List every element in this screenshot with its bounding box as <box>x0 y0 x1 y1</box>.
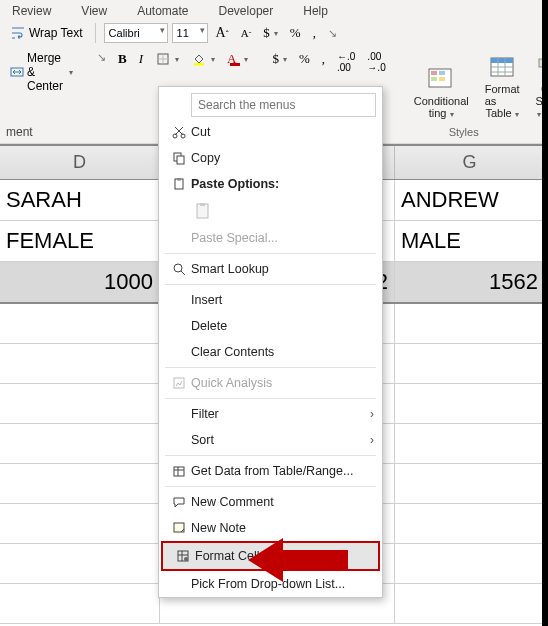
increase-font-button[interactable]: Aˆ <box>212 23 233 43</box>
comma-button[interactable]: , <box>309 23 320 43</box>
format-table-icon <box>488 53 516 81</box>
menu-paste-default <box>159 197 382 225</box>
context-menu: Cut Copy Paste Options: Paste Special...… <box>158 86 383 598</box>
note-icon <box>167 521 191 535</box>
wrap-text-icon <box>10 25 26 41</box>
merge-label: Merge & Center <box>27 51 65 93</box>
menu-search <box>191 93 376 117</box>
svg-rect-21 <box>200 203 205 206</box>
svg-rect-23 <box>174 378 184 388</box>
wrap-text-button[interactable]: Wrap Text <box>6 23 87 43</box>
svg-point-27 <box>184 557 188 561</box>
menu-sort[interactable]: Sort› <box>159 427 382 453</box>
tab-view[interactable]: View <box>77 2 111 20</box>
cell-g3[interactable]: 1562 <box>395 262 545 302</box>
cell-g2[interactable]: MALE <box>395 221 545 261</box>
col-header-d[interactable]: D <box>0 146 160 179</box>
table-l1: Format as <box>485 83 520 107</box>
cut-label: Cut <box>191 125 374 139</box>
menu-filter[interactable]: Filter› <box>159 401 382 427</box>
quick-label: Quick Analysis <box>191 376 374 390</box>
menu-new-comment[interactable]: New Comment <box>159 489 382 515</box>
border-button[interactable]: ▾ <box>151 49 183 69</box>
menu-paste-options: Paste Options: <box>159 171 382 197</box>
paste-default-icon <box>191 201 215 221</box>
percent-button[interactable]: % <box>286 23 305 43</box>
svg-rect-20 <box>197 204 208 218</box>
cut-icon <box>167 125 191 139</box>
increase-decimal-button[interactable]: ←.0.00 <box>333 49 359 75</box>
insert-label: Insert <box>191 293 374 307</box>
menu-get-data[interactable]: Get Data from Table/Range... <box>159 458 382 484</box>
font-size-select[interactable] <box>172 23 208 43</box>
svg-rect-24 <box>174 467 184 476</box>
col-header-g[interactable]: G <box>395 146 545 179</box>
table-l2: Table <box>485 107 511 119</box>
svg-rect-7 <box>439 77 445 81</box>
sort-label: Sort <box>191 433 374 447</box>
conditional-formatting-icon <box>427 65 455 93</box>
merge-icon <box>10 64 24 80</box>
copy-icon <box>167 151 191 165</box>
border-icon <box>155 51 171 67</box>
menu-clear-contents[interactable]: Clear Contents <box>159 339 382 365</box>
tab-review[interactable]: Review <box>8 2 55 20</box>
svg-rect-2 <box>194 63 204 66</box>
paste-options-label: Paste Options: <box>191 177 374 191</box>
merge-center-button[interactable]: Merge & Center ▾ <box>6 49 77 95</box>
tab-help[interactable]: Help <box>299 2 332 20</box>
dialog-launcher-icon[interactable]: ↘ <box>324 25 341 42</box>
cell-d2[interactable]: FEMALE <box>0 221 160 261</box>
cond-l2: ting <box>429 107 447 119</box>
italic-button[interactable]: I <box>135 49 147 69</box>
paste-icon <box>167 177 191 191</box>
conditional-formatting-button[interactable]: Conditional ting ▾ <box>414 65 469 120</box>
dialog-launcher-2[interactable]: ↘ <box>93 49 110 66</box>
currency-button-2[interactable]: $▾ <box>268 49 291 69</box>
decrease-font-button[interactable]: Aˇ <box>237 25 256 41</box>
format-as-table-button[interactable]: Format as Table ▾ <box>485 53 520 120</box>
cell-d1[interactable]: SARAH <box>0 180 160 220</box>
delete-label: Delete <box>191 319 374 333</box>
menu-delete[interactable]: Delete <box>159 313 382 339</box>
cond-l1: Conditional <box>414 95 469 107</box>
format-cells-icon <box>171 549 195 563</box>
bold-button[interactable]: B <box>114 49 131 69</box>
menu-paste-special: Paste Special... <box>159 225 382 251</box>
smart-lookup-icon <box>167 262 191 276</box>
comment-label: New Comment <box>191 495 374 509</box>
svg-rect-6 <box>431 77 437 81</box>
currency-button[interactable]: $▾ <box>259 23 282 43</box>
annotation-arrow <box>248 530 358 590</box>
filter-label: Filter <box>191 407 374 421</box>
menu-smart-lookup[interactable]: Smart Lookup <box>159 256 382 282</box>
fill-color-button[interactable]: ▾ <box>187 49 219 69</box>
font-name-select[interactable] <box>104 23 168 43</box>
clear-label: Clear Contents <box>191 345 374 359</box>
menu-insert[interactable]: Insert <box>159 287 382 313</box>
menu-search-input[interactable] <box>191 93 376 117</box>
menu-cut[interactable]: Cut <box>159 119 382 145</box>
table-icon <box>167 464 191 478</box>
chevron-right-icon: › <box>370 433 374 447</box>
percent-button-2[interactable]: % <box>295 49 314 69</box>
status-fragment: ment <box>0 125 39 143</box>
styles-group-label: Styles <box>389 126 539 142</box>
menu-quick-analysis: Quick Analysis <box>159 370 382 396</box>
svg-rect-4 <box>431 71 437 75</box>
get-data-label: Get Data from Table/Range... <box>191 464 374 478</box>
font-color-button[interactable]: A▾ <box>223 49 252 69</box>
decrease-decimal-button[interactable]: .00→.0 <box>363 49 389 75</box>
smart-lookup-label: Smart Lookup <box>191 262 374 276</box>
menu-copy[interactable]: Copy <box>159 145 382 171</box>
ribbon-tabs: Review View Automate Developer Help <box>0 0 548 20</box>
cell-g1[interactable]: ANDREW <box>395 180 545 220</box>
cell-d3[interactable]: 1000 <box>0 262 160 302</box>
wrap-text-label: Wrap Text <box>29 26 83 40</box>
comma-button-2[interactable]: , <box>318 49 329 69</box>
quick-analysis-icon <box>167 376 191 390</box>
tab-developer[interactable]: Developer <box>215 2 278 20</box>
svg-rect-5 <box>439 71 445 75</box>
svg-marker-28 <box>248 538 348 582</box>
tab-automate[interactable]: Automate <box>133 2 192 20</box>
